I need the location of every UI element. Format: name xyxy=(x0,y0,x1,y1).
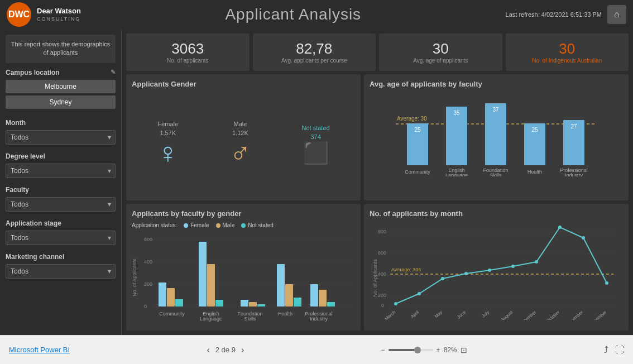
svg-point-70 xyxy=(511,265,515,268)
svg-text:September: September xyxy=(517,310,538,320)
svg-text:No. of Applicants: No. of Applicants xyxy=(132,258,137,296)
location-melbourne[interactable]: Melbourne xyxy=(6,80,116,93)
gender-chart: Applicants Gender Female 1,57K ♀ Male 1,… xyxy=(126,74,361,200)
legend-nostate-label: Not stated xyxy=(248,222,274,228)
kpi-avg-per-course: 82,78 Avg. applicants per course xyxy=(253,33,376,71)
svg-text:600: 600 xyxy=(144,237,152,242)
degree-filter: Degree level Todos xyxy=(6,152,116,178)
svg-rect-48 xyxy=(319,290,327,306)
faculty-chart: Applicants by faculty by gender Applicat… xyxy=(126,204,361,331)
svg-text:37: 37 xyxy=(492,107,499,113)
degree-select-wrapper: Todos xyxy=(6,164,116,178)
share-icon[interactable]: ⤴ xyxy=(604,345,608,355)
faculty-select-wrapper: Todos xyxy=(6,197,116,212)
svg-text:July: July xyxy=(481,310,491,319)
svg-text:200: 200 xyxy=(378,293,386,298)
status-bar: Microsoft Power BI ‹ 2 de 9 › − + 82% ⊡ … xyxy=(0,335,633,364)
svg-text:600: 600 xyxy=(378,250,386,256)
nostate-icon: ⬛ xyxy=(303,142,329,164)
svg-text:200: 200 xyxy=(144,281,152,287)
svg-rect-31 xyxy=(175,299,183,306)
svg-text:October: October xyxy=(545,310,561,320)
legend-nostate: Not stated xyxy=(241,222,274,228)
marketing-select[interactable]: Todos xyxy=(6,264,116,279)
legend-male-label: Male xyxy=(223,222,235,228)
svg-text:November: November xyxy=(565,310,584,320)
svg-text:25: 25 xyxy=(531,127,538,133)
zoom-fill xyxy=(389,349,415,351)
svg-text:Average: 306: Average: 306 xyxy=(391,267,421,272)
age-chart: Avg. age of applicants by faculty Averag… xyxy=(364,74,629,200)
zoom-controls: − + 82% ⊡ xyxy=(381,346,467,355)
svg-text:400: 400 xyxy=(378,271,386,277)
zoom-minus[interactable]: − xyxy=(381,346,385,354)
month-select[interactable]: Todos xyxy=(6,130,116,145)
stage-select[interactable]: Todos xyxy=(6,231,116,245)
svg-rect-29 xyxy=(159,282,166,306)
zoom-plus[interactable]: + xyxy=(437,346,440,354)
legend-female-dot xyxy=(184,223,188,228)
campus-edit-icon[interactable]: ✎ xyxy=(111,69,116,76)
svg-text:Health: Health xyxy=(278,311,292,317)
home-button[interactable]: ⌂ xyxy=(607,5,626,24)
svg-rect-49 xyxy=(327,302,335,306)
degree-label: Degree level xyxy=(6,152,116,160)
location-sydney[interactable]: Sydney xyxy=(6,95,116,109)
svg-rect-30 xyxy=(167,288,175,306)
male-count: 1,12K xyxy=(232,130,248,136)
top-bar: DWC Dear Watson CONSULTING Applicant Ana… xyxy=(0,0,633,29)
last-refresh-text: Last refresh: 4/02/2021 6:51:33 PM xyxy=(506,11,602,18)
logo-text: Dear Watson CONSULTING xyxy=(37,7,81,23)
right-icons: ⤴ ⛶ xyxy=(604,345,624,355)
month-select-wrapper: Todos xyxy=(6,130,116,145)
next-page-button[interactable]: › xyxy=(241,345,244,355)
faculty-select[interactable]: Todos xyxy=(6,197,116,212)
svg-text:Language: Language xyxy=(200,316,222,322)
svg-point-66 xyxy=(418,292,421,295)
legend-female-label: Female xyxy=(190,222,209,228)
svg-text:April: April xyxy=(410,310,420,319)
legend-app-status: Application status: xyxy=(132,222,177,228)
kpi-applicants-value: 3063 xyxy=(171,41,204,57)
faculty-legend: Application status: Female Male Not stat… xyxy=(132,222,355,228)
svg-text:25: 25 xyxy=(414,127,421,133)
gender-female: Female 1,57K ♀ xyxy=(157,121,179,167)
kpi-indigenous-value: 30 xyxy=(559,41,575,57)
svg-point-71 xyxy=(535,260,538,264)
svg-text:0: 0 xyxy=(381,303,384,308)
legend-male: Male xyxy=(216,222,235,228)
svg-rect-47 xyxy=(310,284,318,306)
charts-row-1: Applicants Gender Female 1,57K ♀ Male 1,… xyxy=(126,74,629,200)
kpi-row: 3063 No. of applicants 82,78 Avg. applic… xyxy=(126,33,629,71)
sidebar-description: This report shows the demographics of ap… xyxy=(6,35,116,63)
prev-page-button[interactable]: ‹ xyxy=(207,345,209,355)
kpi-avg-value: 82,78 xyxy=(296,41,332,57)
logo-area: DWC Dear Watson CONSULTING xyxy=(7,2,81,27)
svg-text:March: March xyxy=(383,310,396,320)
svg-point-69 xyxy=(488,269,491,272)
svg-text:27: 27 xyxy=(570,123,577,130)
svg-point-68 xyxy=(464,272,468,275)
svg-text:August: August xyxy=(500,309,514,320)
degree-select[interactable]: Todos xyxy=(6,164,116,178)
month-filter: Month Todos xyxy=(6,119,116,145)
svg-point-74 xyxy=(605,281,608,285)
svg-text:Industry: Industry xyxy=(310,316,328,322)
fit-page-icon[interactable]: ⊡ xyxy=(461,346,467,355)
fullscreen-icon[interactable]: ⛶ xyxy=(615,345,624,355)
svg-text:Average: 30: Average: 30 xyxy=(397,116,427,122)
faculty-filter: Faculty Todos xyxy=(6,186,116,212)
svg-text:June: June xyxy=(456,309,467,319)
male-icon: ♂ xyxy=(229,138,251,167)
zoom-handle[interactable] xyxy=(414,347,421,353)
monthly-chart-svg: 800 600 400 200 0 No. of Applicants xyxy=(370,222,623,320)
zoom-level: 82% xyxy=(444,346,457,354)
svg-rect-38 xyxy=(241,300,248,306)
kpi-indigenous: 30 No. of Indigenous Australian xyxy=(506,33,629,71)
gender-chart-title: Applicants Gender xyxy=(132,80,355,88)
svg-point-65 xyxy=(394,302,397,305)
svg-rect-34 xyxy=(207,264,215,306)
zoom-bar[interactable] xyxy=(389,349,433,351)
powerbi-link[interactable]: Microsoft Power BI xyxy=(9,346,70,354)
marketing-filter: Marketing channel Todos xyxy=(6,253,116,279)
